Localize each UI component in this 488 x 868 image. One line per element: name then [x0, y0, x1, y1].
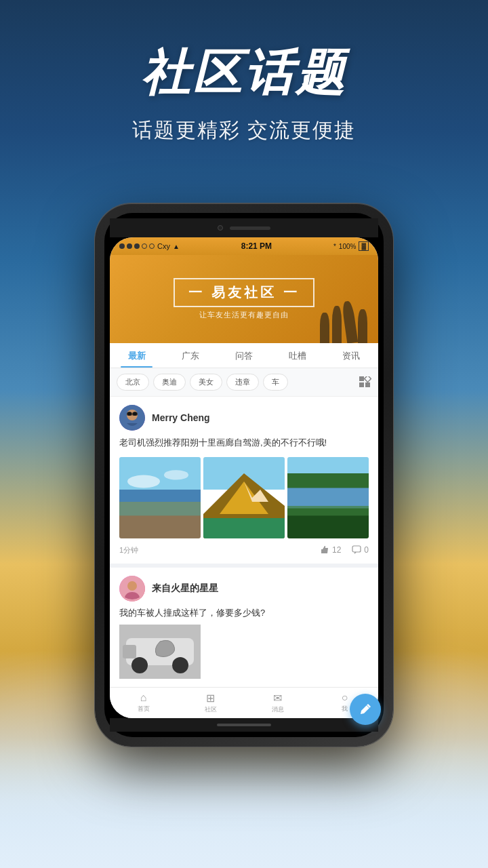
- lake-image: [287, 457, 369, 538]
- nav-home-label: 首页: [138, 705, 150, 713]
- svg-rect-25: [287, 515, 369, 538]
- svg-rect-0: [359, 376, 364, 381]
- person-silhouette: [358, 309, 367, 343]
- post-footer-1: 1分钟 12: [119, 545, 369, 555]
- person-silhouette: [342, 300, 358, 343]
- post-image-2[interactable]: [119, 625, 201, 679]
- post-header-2: 来自火星的星星: [119, 576, 369, 601]
- svg-rect-13: [119, 515, 201, 538]
- like-button-1[interactable]: 12: [320, 545, 341, 555]
- nav-home[interactable]: ⌂ 首页: [110, 688, 177, 718]
- wifi-icon: ▲: [173, 243, 180, 250]
- signal-dot-5: [149, 243, 155, 249]
- tab-qa[interactable]: 问答: [217, 343, 270, 368]
- battery-icon: ▓: [359, 241, 369, 251]
- header-section: 社区话题 话题更精彩 交流更便捷: [0, 41, 488, 144]
- post-content-1: 老司机强烈推荐阳朔十里画廊自驾游,美的不行不行哦!: [119, 436, 369, 450]
- banner-title: 一 易友社区 一: [188, 283, 299, 302]
- battery-percent: 100%: [339, 243, 357, 250]
- comment-button-1[interactable]: 0: [352, 545, 369, 555]
- person-silhouette: [332, 306, 342, 343]
- thumbs-up-icon: [320, 545, 329, 555]
- post-header-1: Merry Cheng: [119, 405, 369, 431]
- bluetooth-icon: *: [333, 243, 336, 250]
- post-image-1c[interactable]: [287, 457, 369, 538]
- signal-dots: [119, 243, 155, 249]
- tags-bar: 北京 奥迪 美女 违章 车: [110, 368, 378, 397]
- main-title: 社区话题: [0, 41, 488, 106]
- status-left: Cxy ▲: [119, 242, 180, 250]
- signal-dot-3: [134, 243, 140, 249]
- phone-screen: Cxy ▲ 8:21 PM * 100% ▓: [110, 237, 378, 718]
- person-silhouette: [320, 313, 329, 343]
- svg-point-29: [127, 581, 137, 591]
- avatar-image-2: [119, 576, 145, 601]
- signal-dot-2: [127, 243, 132, 249]
- svg-rect-32: [123, 645, 136, 658]
- tag-beijing[interactable]: 北京: [117, 374, 149, 391]
- landscape-image-1: [119, 457, 201, 538]
- tab-news[interactable]: 资讯: [325, 343, 378, 368]
- like-count-1: 12: [332, 545, 341, 555]
- tab-latest[interactable]: 最新: [110, 343, 163, 368]
- banner-title-box: 一 易友社区 一: [174, 278, 314, 307]
- car-damage-image: [119, 625, 201, 679]
- svg-rect-2: [359, 382, 364, 387]
- signal-dot-4: [142, 243, 147, 249]
- grid-view-icon[interactable]: [359, 376, 371, 389]
- post-image-1b[interactable]: [203, 457, 285, 538]
- message-icon: ✉: [273, 692, 282, 705]
- svg-rect-26: [287, 488, 369, 508]
- post-image-1a[interactable]: [119, 457, 201, 538]
- comment-count-1: 0: [364, 545, 369, 555]
- tag-violation[interactable]: 违章: [226, 374, 259, 391]
- carrier-label: Cxy: [157, 242, 170, 250]
- avatar-image-1: [119, 405, 145, 431]
- signal-dot-1: [119, 243, 125, 249]
- tag-audi[interactable]: 奥迪: [153, 374, 186, 391]
- svg-point-14: [127, 475, 160, 488]
- edit-fab-icon: [359, 703, 372, 716]
- home-indicator: [217, 724, 271, 726]
- nav-community[interactable]: ⊞ 社区: [177, 688, 244, 718]
- community-icon: ⊞: [206, 692, 215, 705]
- svg-point-33: [131, 657, 148, 673]
- svg-rect-20: [203, 518, 285, 538]
- app-banner: 一 易友社区 一 让车友生活更有趣更自由: [110, 255, 378, 343]
- tag-beauty[interactable]: 美女: [190, 374, 222, 391]
- post-content-2: 我的车被人撞成这样了，修要多少钱?: [119, 607, 369, 619]
- post-actions-1: 12 0: [320, 545, 369, 555]
- nav-message[interactable]: ✉ 消息: [244, 688, 311, 718]
- post-author-2: 来自火星的星星: [152, 583, 218, 595]
- speaker: [230, 226, 270, 230]
- phone-outer-frame: Cxy ▲ 8:21 PM * 100% ▓: [95, 203, 393, 747]
- bottom-nav: ⌂ 首页 ⊞ 社区 ✉ 消息 ○ 我: [110, 687, 378, 718]
- post-time-1: 1分钟: [119, 545, 138, 555]
- nav-message-label: 消息: [272, 705, 284, 714]
- post-card-1: Merry Cheng 老司机强烈推荐阳朔十里画廊自驾游,美的不行不行哦!: [110, 397, 378, 568]
- phone-top-detail: [110, 218, 378, 237]
- status-right: * 100% ▓: [333, 241, 369, 251]
- svg-rect-8: [127, 412, 132, 416]
- tabs-bar: 最新 广东 问答 吐槽 资讯: [110, 343, 378, 368]
- phone-inner-frame: Cxy ▲ 8:21 PM * 100% ▓: [104, 213, 384, 737]
- banner-subtitle: 让车友生活更有趣更自由: [199, 310, 289, 320]
- post-author-1: Merry Cheng: [152, 412, 210, 423]
- mountain-image: [203, 457, 285, 538]
- svg-point-34: [172, 657, 188, 673]
- post-card-2: 来自火星的星星 我的车被人撞成这样了，修要多少钱?: [110, 568, 378, 687]
- sub-title: 话题更精彩 交流更便捷: [0, 117, 488, 144]
- nav-community-label: 社区: [205, 705, 217, 714]
- phone-mockup: Cxy ▲ 8:21 PM * 100% ▓: [95, 203, 393, 747]
- tag-car[interactable]: 车: [263, 374, 288, 391]
- tab-guangdong[interactable]: 广东: [163, 343, 217, 368]
- svg-rect-27: [352, 546, 361, 552]
- avatar-1: [119, 405, 145, 431]
- home-icon: ⌂: [140, 692, 147, 704]
- avatar-2: [119, 576, 145, 601]
- comment-icon: [352, 545, 361, 555]
- tab-complaint[interactable]: 吐槽: [271, 343, 325, 368]
- post-images-1: [119, 457, 369, 538]
- profile-icon: ○: [342, 692, 348, 704]
- svg-rect-1: [365, 376, 371, 382]
